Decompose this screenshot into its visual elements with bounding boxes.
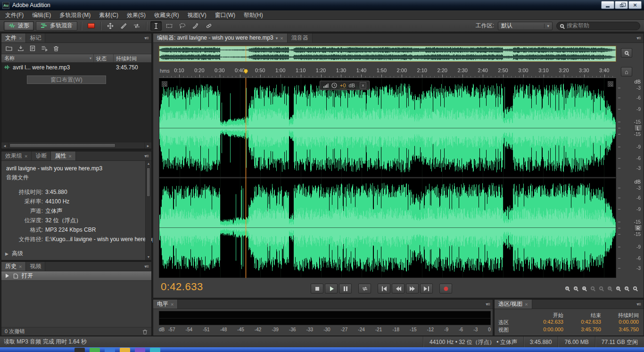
help-search-input[interactable]: 搜索帮助 [556, 22, 640, 30]
razor-tool-icon[interactable] [118, 21, 129, 31]
chevron-down-icon[interactable]: ▾ [276, 36, 278, 41]
volume-hud[interactable]: +0 dB × [320, 81, 370, 90]
minimize-button[interactable] [601, 1, 614, 9]
rewind-button[interactable] [392, 284, 405, 293]
hud-gain-value[interactable]: +0 [340, 83, 346, 89]
tab-close-icon[interactable]: × [19, 35, 22, 41]
time-selection-tool-icon[interactable] [150, 21, 162, 31]
record-button[interactable] [439, 284, 452, 293]
tab-close-icon[interactable]: × [171, 302, 173, 307]
scrollbar-thumb[interactable] [147, 168, 150, 197]
tab-close-icon[interactable]: × [525, 302, 528, 307]
tab-video[interactable]: 视频 [26, 262, 45, 271]
tab-close-icon[interactable]: × [280, 35, 283, 41]
tab-close-icon[interactable]: × [19, 264, 22, 269]
play-button[interactable] [325, 284, 338, 293]
pause-button[interactable] [339, 284, 352, 293]
files-hscrollbar[interactable]: ◂ ▸ [1, 142, 151, 149]
column-name[interactable]: 名称▾ [1, 54, 94, 62]
zoom-out-amplitude-icon[interactable]: − [625, 286, 628, 290]
tab-files[interactable]: 文件× [1, 34, 26, 42]
menu-item-7[interactable]: 视图(V) [183, 12, 211, 18]
tab-markers[interactable]: 标记 [26, 34, 45, 42]
zoom-in-amplitude-icon[interactable]: + [616, 286, 620, 290]
waveform-display[interactable]: +0 dB × [159, 78, 616, 278]
windows-taskbar[interactable] [0, 347, 644, 352]
selection-row[interactable]: 选区 0:42.633 0:42.633 0:00.000 [498, 319, 639, 326]
close-button[interactable]: × [628, 1, 642, 9]
import-file-icon[interactable] [17, 45, 24, 51]
waveform-view-button[interactable]: 波形 [4, 21, 34, 31]
advanced-section-toggle[interactable]: ▶高级 [5, 250, 23, 258]
column-status[interactable]: 状态 [94, 54, 114, 62]
workspace-dropdown[interactable]: 默认 ▾ [498, 22, 553, 30]
timeline-ruler[interactable]: hms 0:100:200:300:400:501:001:101:201:30… [159, 66, 616, 78]
tab-effects-rack[interactable]: 效果组× [1, 151, 32, 160]
channel-badge-R[interactable]: R [634, 225, 642, 232]
tab-diagnostics[interactable]: 诊断 [32, 151, 51, 160]
marquee-selection-tool-icon[interactable] [164, 21, 175, 31]
menu-item-4[interactable]: 素材(C) [95, 12, 123, 18]
selection-start-value[interactable]: 0:42.633 [526, 319, 563, 326]
restore-button[interactable] [615, 1, 628, 9]
scroll-right-icon[interactable]: ▸ [145, 143, 151, 148]
overview-canvas[interactable] [159, 46, 616, 61]
trash-icon[interactable] [142, 329, 148, 335]
tab-levels[interactable]: 电平× [153, 300, 178, 309]
stop-button[interactable] [311, 284, 323, 293]
scroll-up-icon[interactable]: ▴ [148, 161, 149, 167]
history-item-open[interactable]: 打开 [1, 271, 151, 281]
insert-into-multitrack-icon[interactable] [41, 45, 48, 51]
tab-mixer[interactable]: 混音器 [288, 34, 313, 42]
scroll-left-icon[interactable]: ◂ [1, 143, 8, 148]
scrollbar-track[interactable] [146, 167, 151, 254]
spectral-display-icon[interactable] [85, 21, 97, 31]
waveform-overview[interactable] [159, 46, 616, 62]
menu-item-6[interactable]: 收藏夹(R) [150, 12, 183, 18]
zoom-full-icon[interactable] [633, 286, 637, 290]
tab-selection-view[interactable]: 选区/视图× [495, 300, 532, 309]
brush-selection-tool-icon[interactable] [190, 21, 201, 31]
panel-menu-icon[interactable]: ▾≡ [141, 35, 151, 41]
multitrack-view-button[interactable]: 多轨混音 [36, 21, 77, 31]
taskbar-app-icon[interactable] [150, 348, 160, 352]
column-duration[interactable]: 持续时间 [114, 54, 151, 63]
skip-to-end-button[interactable] [420, 284, 433, 293]
selection-duration-value[interactable]: 0:00.000 [601, 319, 639, 326]
menu-item-2[interactable]: 编辑(E) [28, 12, 55, 18]
channel-badge-L[interactable]: L [634, 125, 642, 132]
zoom-in-time-icon[interactable]: + [565, 286, 569, 290]
fast-forward-button[interactable] [406, 284, 419, 293]
panel-menu-icon[interactable]: ▾≡ [483, 302, 493, 307]
view-end-value[interactable]: 3:45.750 [563, 327, 601, 334]
spot-healing-brush-tool-icon[interactable] [203, 21, 215, 31]
zoom-to-selection-icon[interactable] [582, 286, 586, 290]
menu-item-1[interactable]: 文件(F) [1, 12, 28, 18]
hud-grabber-right[interactable] [608, 81, 613, 87]
trash-icon[interactable] [53, 45, 59, 51]
taskbar-app-icon[interactable] [135, 348, 145, 352]
new-file-icon[interactable] [29, 45, 36, 51]
scroll-down-icon[interactable]: ▾ [148, 254, 149, 260]
taskbar-app-icon[interactable] [90, 348, 100, 352]
tab-close-icon[interactable]: × [68, 153, 71, 159]
file-row[interactable]: avril l... were here.mp3 3:45.750 [1, 63, 151, 72]
menu-item-3[interactable]: 多轨混音(M) [55, 12, 95, 18]
skip-to-start-button[interactable] [378, 284, 390, 293]
tab-editor[interactable]: 编辑器: avril lavigne - wish you were here.… [153, 34, 288, 42]
scrollbar-thumb[interactable] [9, 143, 116, 148]
menu-item-5[interactable]: 效果(S) [123, 12, 150, 18]
tab-close-icon[interactable]: × [25, 153, 27, 159]
files-column-headers[interactable]: 名称▾ 状态 持续时间 [1, 54, 151, 63]
home-icon[interactable]: ⌂ [621, 67, 632, 76]
waveform-canvas[interactable] [159, 78, 616, 277]
view-row[interactable]: 视图 0:00.000 3:45.750 3:45.750 [498, 327, 639, 334]
menu-item-9[interactable]: 帮助(H) [239, 12, 267, 18]
view-start-value[interactable]: 0:00.000 [526, 327, 563, 334]
scrollbar-track[interactable] [8, 142, 145, 149]
hud-grabber-left[interactable] [162, 81, 167, 87]
panel-menu-icon[interactable]: ▾≡ [141, 264, 151, 269]
title-bar[interactable]: Au Adobe Audition × [0, 0, 644, 10]
properties-vscrollbar[interactable]: ▴ ▾ [145, 161, 151, 260]
panel-menu-icon[interactable]: ▾≡ [141, 153, 151, 159]
